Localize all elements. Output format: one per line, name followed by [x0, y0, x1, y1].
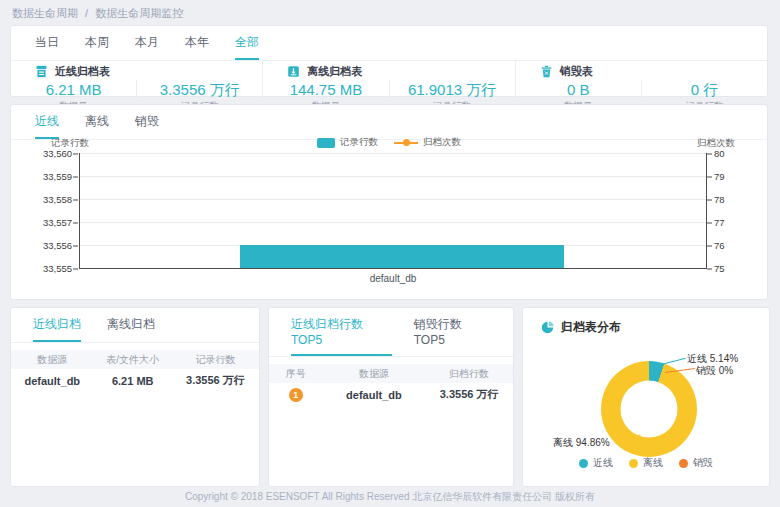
callout-leader-nearline [660, 358, 685, 365]
table-row[interactable]: 1 default_db 3.3556 万行 [269, 383, 513, 406]
datasource-cell: default_db [11, 369, 94, 392]
metric-value: 3.3556 万行 [137, 80, 262, 99]
metric-value: 61.9013 万行 [390, 80, 515, 99]
metric-value: 144.75 MB [263, 80, 388, 99]
tab-nearline-top5[interactable]: 近线归档行数TOP5 [291, 316, 392, 356]
y-axis-tick-left: 33,556 [14, 240, 72, 251]
pie-legend-item-destroy[interactable]: 销毁 [679, 456, 713, 470]
legend-dot [679, 459, 688, 468]
y-axis-tick-left: 33,557 [14, 217, 72, 228]
y-axis-tick-left: 33,555 [14, 263, 72, 274]
column-header: 序号 [269, 364, 323, 383]
gridline [80, 199, 706, 200]
stat-card-title: 近线归档表 [55, 64, 110, 79]
bar-legend-swatch [317, 138, 335, 148]
legend-label: 记录行数 [340, 136, 378, 149]
tab-all[interactable]: 全部 [235, 34, 259, 60]
top5-table-tabs: 近线归档行数TOP5 销毁行数TOP5 [269, 308, 513, 357]
metric-value: 0 行 [642, 80, 767, 99]
y-axis-tick-right: 79 [714, 171, 744, 182]
stat-card-title: 离线归档表 [307, 64, 362, 79]
archive-distribution-donut[interactable] [601, 361, 697, 457]
line-legend-swatch [394, 142, 418, 144]
y-axis-tick-left: 33,560 [14, 148, 72, 159]
stat-card-title: 销毁表 [560, 64, 593, 79]
pie-legend-item-offline[interactable]: 离线 [629, 456, 663, 470]
pie-chart-icon [541, 321, 554, 334]
column-header: 记录行数 [172, 350, 259, 369]
y-axis-tick-right: 75 [714, 263, 744, 274]
size-cell: 6.21 MB [94, 369, 172, 392]
destroy-table-icon [540, 65, 553, 78]
copyright-footer: Copyright © 2018 ESENSOFT All Rights Res… [0, 490, 780, 504]
archive-distribution-panel: 归档表分布 近线 5.14% 销毁 0% 离线 94.86% 近线 离线 销毁 [522, 307, 770, 487]
metric-value: 0 B [516, 80, 641, 99]
column-header: 表/文件大小 [94, 350, 172, 369]
nearline-archive-table-panel: 近线归档 离线归档 数据源 表/文件大小 记录行数 default_db 6.2… [10, 307, 260, 487]
tab-offline[interactable]: 离线 [85, 113, 109, 139]
column-header: 归档行数 [425, 364, 513, 383]
rank-badge: 1 [289, 388, 303, 402]
y-axis-tick-right: 78 [714, 194, 744, 205]
pie-legend: 近线 离线 销毁 [523, 456, 769, 470]
tab-this-year[interactable]: 本年 [185, 34, 209, 60]
legend-label: 销毁 [693, 456, 713, 470]
gridline [80, 222, 706, 223]
record-rows-bar[interactable] [240, 245, 564, 268]
breadcrumb-section[interactable]: 数据生命周期 [12, 7, 78, 19]
legend-label: 离线 [643, 456, 663, 470]
gridline [80, 176, 706, 177]
nearline-archive-table: 数据源 表/文件大小 记录行数 default_db 6.21 MB 3.355… [11, 350, 259, 392]
data-lifecycle-dashboard: 数据生命周期 / 数据生命周期监控 当日 本周 本月 本年 全部 近线归档表 [0, 0, 780, 507]
legend-label: 归档次数 [423, 136, 461, 149]
tab-offline-archive[interactable]: 离线归档 [107, 316, 155, 342]
tab-today[interactable]: 当日 [35, 34, 59, 60]
slice-label-offline: 离线 94.86% [553, 436, 610, 450]
gridline [80, 153, 706, 154]
nearline-archive-icon [35, 65, 48, 78]
column-header: 数据源 [323, 364, 425, 383]
x-axis-category-label: default_db [80, 273, 706, 284]
offline-archive-icon [287, 65, 300, 78]
legend-dot [579, 459, 588, 468]
table-row[interactable]: default_db 6.21 MB 3.3556 万行 [11, 369, 259, 392]
tab-destroy[interactable]: 销毁 [135, 113, 159, 139]
breadcrumb: 数据生命周期 / 数据生命周期监控 [12, 6, 187, 21]
summary-panel: 当日 本周 本月 本年 全部 近线归档表 6.21 MB 数据量 [10, 25, 768, 97]
column-header: 数据源 [11, 350, 94, 369]
distribution-title: 归档表分布 [561, 319, 621, 336]
legend-dot [629, 459, 638, 468]
tab-this-week[interactable]: 本周 [85, 34, 109, 60]
tab-nearline[interactable]: 近线 [35, 113, 59, 139]
rows-cell: 3.3556 万行 [172, 369, 259, 392]
tab-nearline-archive[interactable]: 近线归档 [33, 316, 81, 342]
y-axis-tick-right: 76 [714, 240, 744, 251]
legend-label: 近线 [593, 456, 613, 470]
y-axis-tick-right: 80 [714, 148, 744, 159]
bar-chart-plot: 33,560 33,559 33,558 33,557 33,556 33,55… [79, 153, 707, 269]
nearline-table-tabs: 近线归档 离线归档 [11, 308, 259, 343]
top5-table-panel: 近线归档行数TOP5 销毁行数TOP5 序号 数据源 归档行数 1 defaul… [268, 307, 514, 487]
archived-rows-cell: 3.3556 万行 [425, 383, 513, 406]
y-axis-tick-left: 33,559 [14, 171, 72, 182]
legend-item-rows[interactable]: 记录行数 [317, 136, 378, 149]
breadcrumb-separator: / [85, 7, 88, 19]
tab-destroy-top5[interactable]: 销毁行数TOP5 [414, 316, 491, 356]
chart-legend: 记录行数 归档次数 [317, 136, 461, 149]
archive-chart-panel: 近线 离线 销毁 记录行数 记录行数 归档次数 归档次数 33,560 33,5… [10, 104, 768, 300]
y-axis-tick-right: 77 [714, 217, 744, 228]
tab-this-month[interactable]: 本月 [135, 34, 159, 60]
y-axis-tick-left: 33,558 [14, 194, 72, 205]
time-range-tabs: 当日 本周 本月 本年 全部 [11, 26, 767, 61]
slice-label-destroy: 销毁 0% [696, 364, 733, 378]
datasource-cell: default_db [323, 383, 425, 406]
top5-table: 序号 数据源 归档行数 1 default_db 3.3556 万行 [269, 364, 513, 406]
pie-legend-item-nearline[interactable]: 近线 [579, 456, 613, 470]
breadcrumb-page: 数据生命周期监控 [95, 7, 183, 19]
metric-value: 6.21 MB [11, 80, 136, 99]
archive-chart-tabs: 近线 离线 销毁 [11, 105, 767, 140]
legend-item-archive-count[interactable]: 归档次数 [394, 136, 461, 149]
